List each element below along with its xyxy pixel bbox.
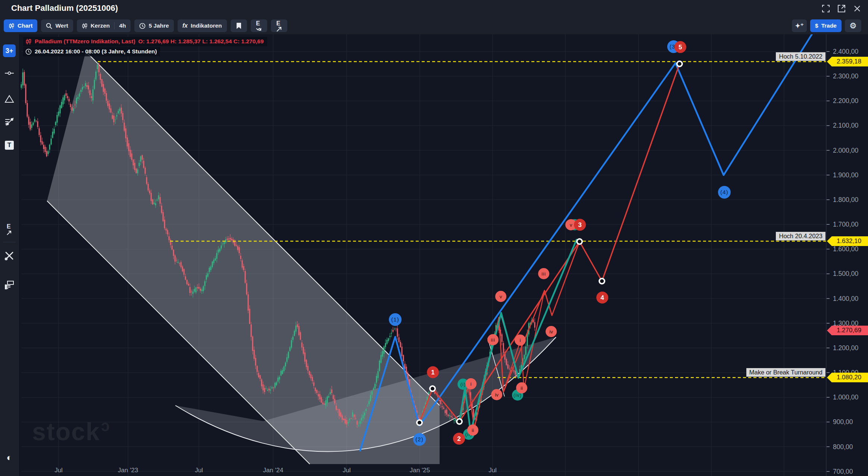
candle-body xyxy=(143,161,144,168)
time-tick-label[interactable]: Jan '25 xyxy=(410,467,430,474)
level-price-badge: 2.359,18 xyxy=(827,57,868,66)
candle-body xyxy=(343,419,344,420)
time-tick-label[interactable]: Jul xyxy=(343,467,351,474)
candle-body xyxy=(254,350,255,359)
candle-body xyxy=(39,128,40,135)
wave-label-blue[interactable]: (4) xyxy=(718,186,731,199)
candle-body xyxy=(187,280,188,284)
fullscreen-icon[interactable] xyxy=(822,4,830,13)
candle-body xyxy=(394,329,395,329)
candle-body xyxy=(236,245,237,246)
candle-body xyxy=(94,80,95,89)
wave-label-redmin[interactable]: i xyxy=(465,378,477,389)
candle-body xyxy=(28,116,29,125)
sidebar-item-line-tool[interactable] xyxy=(3,67,16,80)
bookmark-icon xyxy=(236,23,241,29)
wave-label-text: ii xyxy=(472,427,474,433)
chart-canvas[interactable]: (i)(ii)(iv)(v)(1)(2)(3)(4)iiiiiiivviiiii… xyxy=(0,0,868,476)
wave-label-redmaj[interactable]: 5 xyxy=(674,41,686,53)
elliott-correction-button[interactable]: E xyxy=(251,19,267,32)
popout-icon[interactable] xyxy=(837,4,846,13)
sidebar-item-layout[interactable] xyxy=(3,278,16,291)
candle-body xyxy=(276,382,277,385)
candle-body xyxy=(385,343,386,347)
candle-body xyxy=(358,425,359,426)
candle-type-interval-button[interactable]: Kerzen 4h xyxy=(77,19,131,32)
time-tick-label[interactable]: Jan '24 xyxy=(263,467,283,474)
trade-button[interactable]: $ Trade xyxy=(810,19,842,32)
candle-body xyxy=(43,145,44,149)
wave-label-blue[interactable]: (2) xyxy=(413,433,426,446)
sidebar-item-tools[interactable] xyxy=(3,249,16,262)
wave-label-redmin[interactable]: iv xyxy=(546,326,557,337)
time-tick-label[interactable]: Jan '23 xyxy=(118,467,138,474)
wave-label-redmaj[interactable]: 4 xyxy=(596,292,608,304)
time-tick-label[interactable]: Jul xyxy=(54,467,63,474)
level-label-box[interactable]: Hoch 5.10.2022 xyxy=(776,52,825,61)
wave-label-redmaj[interactable]: 1 xyxy=(427,366,439,378)
settings-button[interactable]: ⚙ xyxy=(845,19,861,32)
elliott-arrow-icon: E xyxy=(277,20,282,32)
candle-body xyxy=(345,419,346,423)
legend-series-row[interactable]: Palladium (TTMzero Indikation, Last) O: … xyxy=(23,37,267,46)
sidebar-item-contrast[interactable]: ◐ xyxy=(3,451,16,464)
sparkle-icon: ✦⁺ xyxy=(795,22,803,30)
time-tick-label[interactable]: Jul xyxy=(488,467,497,474)
candle-body xyxy=(297,324,298,327)
elliott-impulse-button[interactable]: E xyxy=(271,19,287,32)
candle-body xyxy=(349,419,350,420)
wave-label-redmin[interactable]: ii xyxy=(467,424,478,436)
candle-body xyxy=(97,65,98,69)
candle-body xyxy=(199,287,200,289)
candle-body xyxy=(134,163,135,170)
wave-label-text: iii xyxy=(541,271,546,277)
candle-body xyxy=(508,364,509,368)
wave-label-redmin[interactable]: iii xyxy=(538,268,549,279)
candle-body xyxy=(48,151,49,154)
sidebar-item-trend-tool[interactable] xyxy=(3,115,16,128)
candle-body xyxy=(99,63,100,72)
candle-body xyxy=(57,115,58,122)
candle-body xyxy=(348,422,349,423)
sidebar-item-elliott-tool[interactable]: E xyxy=(3,223,16,236)
bookmark-button[interactable] xyxy=(231,19,247,32)
wave-label-redmin[interactable]: v xyxy=(495,291,506,302)
wave-label-redmin[interactable]: iii xyxy=(487,334,499,345)
candle-body xyxy=(154,203,155,204)
sidebar-item-text-tool[interactable]: T xyxy=(3,139,16,152)
close-icon[interactable] xyxy=(853,4,861,13)
candle-body xyxy=(161,206,162,213)
candle-body xyxy=(306,360,307,367)
wert-search-button[interactable]: Wert xyxy=(41,19,73,32)
candle-body xyxy=(222,244,224,244)
indicators-button[interactable]: fx Indikatoren xyxy=(178,19,227,32)
wave-label-redmin[interactable]: ii xyxy=(516,382,527,393)
chart-button[interactable]: Chart xyxy=(4,19,37,32)
sidebar-item-shape-tool[interactable] xyxy=(3,93,16,105)
wave-label-redmin[interactable]: i xyxy=(515,335,526,346)
wave-label-redmin[interactable]: iv xyxy=(491,389,502,400)
candle-body xyxy=(315,388,316,391)
candle-body xyxy=(164,220,165,228)
magic-tools-button[interactable]: ✦⁺ xyxy=(792,19,807,32)
wave-label-blue[interactable]: (1) xyxy=(389,313,402,326)
candle-body xyxy=(188,284,189,286)
candle-body xyxy=(52,132,53,138)
candle-body xyxy=(96,72,97,80)
candle-body xyxy=(140,156,141,162)
time-tick-label[interactable]: Jul xyxy=(195,467,203,474)
interval-label[interactable]: 4h xyxy=(119,22,126,29)
level-label-box[interactable]: Hoch 20.4.2023 xyxy=(776,232,825,240)
price-tick-label: 1.000,00 xyxy=(833,393,858,401)
wave-label-redmaj[interactable]: 3 xyxy=(574,219,586,231)
wave-label-text: 1 xyxy=(431,369,434,376)
candle-body xyxy=(130,150,131,157)
range-button[interactable]: 5 Jahre xyxy=(134,19,174,32)
wave-label-redmaj[interactable]: 2 xyxy=(453,433,465,445)
level-label-box[interactable]: Make or Break Turnaround xyxy=(746,368,825,377)
candle-body xyxy=(267,390,268,391)
candle-body xyxy=(364,413,365,416)
sidebar-item-stock3-plus[interactable]: 3+ xyxy=(3,44,16,57)
candle-body xyxy=(388,338,389,341)
legend-time-row: 26.04.2022 16:00 - 08:00 (3 Jahre, 4 Stu… xyxy=(23,47,160,56)
